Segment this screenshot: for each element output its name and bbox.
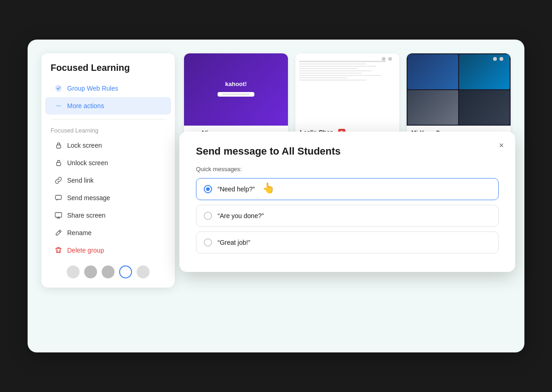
message-text-need-help: “Need help?” bbox=[218, 185, 255, 193]
unlock-icon bbox=[54, 159, 63, 167]
menu-item-delete-group[interactable]: Delete group bbox=[45, 242, 171, 259]
menu-item-share-screen[interactable]: Share screen bbox=[45, 207, 171, 224]
dot-1[interactable] bbox=[67, 265, 80, 278]
student-thumbnail-johnny: kahoot! bbox=[184, 53, 288, 126]
radio-great-job bbox=[204, 238, 212, 247]
lock-screen-label: Lock screen bbox=[67, 142, 102, 149]
menu-item-unlock-screen[interactable]: Unlock screen bbox=[45, 154, 171, 172]
more-actions-label: More actions bbox=[67, 102, 104, 110]
message-text-are-you-done: “Are you done?” bbox=[218, 212, 264, 219]
group-web-rules-label: Group Web Rules bbox=[67, 85, 118, 92]
modal-close-button[interactable]: × bbox=[495, 139, 508, 152]
svg-rect-2 bbox=[56, 196, 62, 200]
svg-rect-3 bbox=[55, 213, 62, 217]
menu-item-send-link[interactable]: Send link bbox=[45, 172, 171, 189]
menu-item-send-message[interactable]: Send message bbox=[45, 189, 171, 207]
outer-card: Focused Learning Group Web Rules ··· Mor… bbox=[28, 40, 524, 352]
rename-label: Rename bbox=[67, 229, 92, 236]
panel-title: Focused Learning bbox=[41, 63, 175, 80]
divider bbox=[51, 119, 166, 120]
pagination-dots bbox=[41, 259, 175, 278]
svg-rect-1 bbox=[57, 162, 61, 166]
send-message-label: Send message bbox=[67, 194, 110, 202]
dot-2[interactable] bbox=[84, 265, 97, 278]
send-link-label: Send link bbox=[67, 177, 94, 184]
modal-title: Send message to All Students bbox=[196, 145, 499, 157]
edit-icon bbox=[54, 229, 63, 237]
svg-rect-0 bbox=[57, 145, 61, 148]
message-option-need-help[interactable]: “Need help?” bbox=[196, 178, 499, 200]
dot-3[interactable] bbox=[102, 265, 115, 278]
section-label: Focused Learning bbox=[41, 124, 175, 137]
message-option-are-you-done[interactable]: “Are you done?” bbox=[196, 205, 499, 227]
menu-item-rename[interactable]: Rename bbox=[45, 224, 171, 242]
quick-messages-label: Quick messages: bbox=[196, 166, 499, 173]
student-thumbnail-miyeon bbox=[407, 53, 511, 126]
link-icon bbox=[54, 176, 63, 184]
send-message-modal: × Send message to All Students Quick mes… bbox=[179, 132, 515, 272]
shield-icon bbox=[54, 84, 63, 92]
menu-item-lock-screen[interactable]: Lock screen bbox=[45, 137, 171, 154]
message-icon bbox=[54, 194, 63, 202]
dot-5[interactable] bbox=[137, 265, 150, 278]
sidebar-item-more-actions[interactable]: ··· More actions bbox=[45, 97, 171, 115]
student-thumbnail-leslie bbox=[295, 53, 399, 125]
radio-are-you-done bbox=[204, 212, 212, 220]
message-option-great-job[interactable]: “Great job!” bbox=[196, 231, 499, 254]
sidebar-item-group-web-rules[interactable]: Group Web Rules bbox=[45, 80, 171, 97]
left-panel: Focused Learning Group Web Rules ··· Mor… bbox=[41, 53, 175, 288]
message-text-great-job: “Great job!” bbox=[218, 239, 250, 246]
monitor-icon bbox=[54, 211, 63, 219]
radio-need-help bbox=[204, 185, 212, 193]
trash-icon bbox=[54, 246, 63, 254]
share-screen-label: Share screen bbox=[67, 212, 105, 219]
dots-icon: ··· bbox=[54, 102, 63, 110]
dot-4-active[interactable] bbox=[119, 265, 132, 278]
delete-group-label: Delete group bbox=[67, 247, 104, 254]
unlock-screen-label: Unlock screen bbox=[67, 159, 108, 167]
lock-icon bbox=[54, 141, 63, 150]
